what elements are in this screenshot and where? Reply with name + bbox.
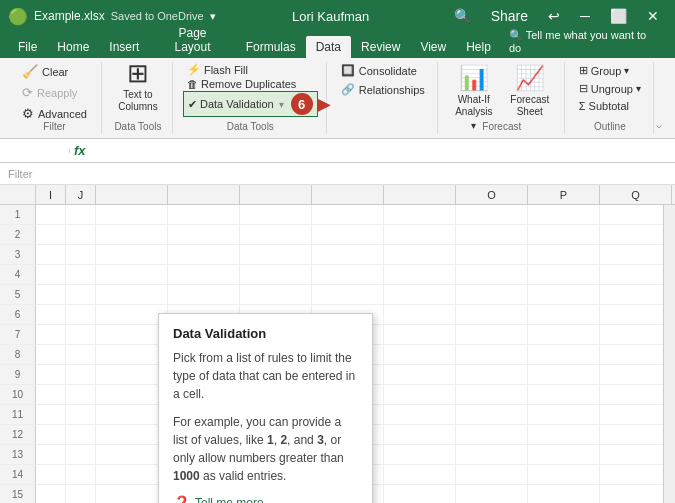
user-name: Lori Kaufman bbox=[292, 9, 369, 24]
data-tools-group: ⚡ Flash Fill 🗑 Remove Duplicates ✔ Data … bbox=[175, 62, 327, 134]
col-q: Q bbox=[600, 185, 672, 204]
flash-fill-icon: ⚡ bbox=[187, 63, 201, 76]
row-9: 9 bbox=[0, 365, 36, 385]
title-bar-right: 🔍 Share ↩ ─ ⬜ ✕ bbox=[446, 6, 667, 26]
tooltip-para1: Pick from a list of rules to limit the t… bbox=[173, 349, 358, 403]
row-14: 14 bbox=[0, 465, 36, 485]
row-15: 15 bbox=[0, 485, 36, 503]
filename: Example.xlsx bbox=[34, 9, 105, 23]
tab-file[interactable]: File bbox=[8, 36, 47, 58]
undo-button[interactable]: ↩ bbox=[540, 6, 568, 26]
clear-button[interactable]: 🧹 Clear bbox=[16, 62, 74, 81]
help-icon: ❓ bbox=[173, 495, 190, 503]
sort-filter-group: 🧹 Clear ⟳ Reapply ⚙ Advanced Filter bbox=[8, 62, 102, 134]
group-icon: ⊞ bbox=[579, 64, 588, 77]
row-headers: 1 2 3 4 5 6 7 8 9 10 11 12 13 14 15 16 bbox=[0, 205, 36, 503]
vertical-scrollbar[interactable] bbox=[663, 205, 675, 503]
ungroup-button[interactable]: ⊟ Ungroup ▾ bbox=[575, 80, 645, 97]
row-4: 4 bbox=[0, 265, 36, 285]
ribbon-expand: ⌵ bbox=[656, 62, 662, 134]
forecast-sheet-button[interactable]: 📈 ForecastSheet bbox=[504, 62, 556, 120]
formula-input[interactable] bbox=[90, 149, 675, 153]
tab-data[interactable]: Data bbox=[306, 36, 351, 58]
search-people-button[interactable]: 🔍 bbox=[446, 6, 479, 26]
close-button[interactable]: ✕ bbox=[639, 6, 667, 26]
consolidate-group: 🔲 Consolidate 🔗 Relationships bbox=[329, 62, 438, 134]
consolidate-icon: 🔲 bbox=[341, 64, 355, 77]
tooltip-popup: Data Validation Pick from a list of rule… bbox=[158, 313, 373, 503]
name-box[interactable] bbox=[0, 149, 70, 153]
consolidate-button[interactable]: 🔲 Consolidate bbox=[337, 62, 429, 79]
subtotal-button[interactable]: Σ Subtotal bbox=[575, 98, 645, 114]
col-blank2 bbox=[168, 185, 240, 204]
table-row bbox=[36, 225, 675, 245]
ribbon-content: 🧹 Clear ⟳ Reapply ⚙ Advanced Filter ⊞ T bbox=[0, 58, 675, 138]
text-to-columns-group: ⊞ Text toColumns Data Tools bbox=[104, 62, 173, 134]
table-row bbox=[36, 265, 675, 285]
filter-group-label: Filter bbox=[43, 121, 65, 132]
reapply-icon: ⟳ bbox=[22, 85, 33, 100]
forecast-group: 📊 What-IfAnalysis ▾ 📈 ForecastSheet Fore… bbox=[440, 62, 565, 134]
forecast-label: Forecast bbox=[482, 121, 521, 132]
group-button[interactable]: ⊞ Group ▾ bbox=[575, 62, 645, 79]
forecast-icon: 📈 bbox=[515, 64, 545, 92]
remove-duplicates-button[interactable]: 🗑 Remove Duplicates bbox=[183, 77, 318, 91]
filter-row: Filter bbox=[0, 163, 675, 185]
data-validation-icon: ✔ bbox=[188, 98, 197, 111]
fx-icon: fx bbox=[74, 143, 86, 158]
clear-icon: 🧹 bbox=[22, 64, 38, 79]
ungroup-icon: ⊟ bbox=[579, 82, 588, 95]
data-validation-button[interactable]: ✔ Data Validation ▾ 6 ▶ bbox=[183, 91, 318, 117]
badge-6: 6 bbox=[291, 93, 313, 115]
row-11: 11 bbox=[0, 405, 36, 425]
formula-bar: fx bbox=[0, 139, 675, 163]
data-tools-label: Data Tools bbox=[227, 121, 274, 132]
excel-icon: 🟢 bbox=[8, 7, 28, 26]
ribbon: File Home Insert Page Layout Formulas Da… bbox=[0, 32, 675, 139]
col-blank1 bbox=[96, 185, 168, 204]
table-row bbox=[36, 245, 675, 265]
col-p: P bbox=[528, 185, 600, 204]
col-headers: I J O P Q R bbox=[0, 185, 675, 205]
col-j: J bbox=[66, 185, 96, 204]
col-i: I bbox=[36, 185, 66, 204]
row-1: 1 bbox=[0, 205, 36, 225]
row-7: 7 bbox=[0, 325, 36, 345]
relationships-button[interactable]: 🔗 Relationships bbox=[337, 81, 429, 98]
tooltip-title: Data Validation bbox=[173, 326, 358, 341]
undo-dropdown[interactable]: ▾ bbox=[210, 10, 216, 23]
flash-fill-button[interactable]: ⚡ Flash Fill bbox=[183, 62, 318, 77]
what-if-icon: 📊 bbox=[459, 64, 489, 92]
row-10: 10 bbox=[0, 385, 36, 405]
share-button[interactable]: Share bbox=[483, 6, 536, 26]
tab-page-layout[interactable]: Page Layout bbox=[149, 22, 235, 58]
save-status: Saved to OneDrive bbox=[111, 10, 204, 22]
filter-label: Filter bbox=[8, 168, 32, 180]
tab-review[interactable]: Review bbox=[351, 36, 410, 58]
reapply-button[interactable]: ⟳ Reapply bbox=[16, 83, 83, 102]
col-o: O bbox=[456, 185, 528, 204]
minimize-button[interactable]: ─ bbox=[572, 6, 598, 26]
formula-icons: fx bbox=[70, 143, 90, 158]
relationships-icon: 🔗 bbox=[341, 83, 355, 96]
spreadsheet-area: I J O P Q R 1 2 3 4 5 6 7 8 9 10 11 12 1… bbox=[0, 185, 675, 503]
tell-me-more-link[interactable]: ❓ Tell me more bbox=[173, 495, 358, 503]
restore-button[interactable]: ⬜ bbox=[602, 6, 635, 26]
row-2: 2 bbox=[0, 225, 36, 245]
tab-view[interactable]: View bbox=[410, 36, 456, 58]
row-5: 5 bbox=[0, 285, 36, 305]
col-blank3 bbox=[240, 185, 312, 204]
text-to-columns-button[interactable]: ⊞ Text toColumns bbox=[112, 55, 164, 117]
subtotal-icon: Σ bbox=[579, 100, 586, 112]
table-row bbox=[36, 285, 675, 305]
row-3: 3 bbox=[0, 245, 36, 265]
tell-me-bar[interactable]: 🔍 Tell me what you want to do bbox=[501, 25, 667, 58]
tab-formulas[interactable]: Formulas bbox=[236, 36, 306, 58]
advanced-icon: ⚙ bbox=[22, 106, 34, 121]
col-blank4 bbox=[312, 185, 384, 204]
tab-home[interactable]: Home bbox=[47, 36, 99, 58]
data-tools-group-label: Data Tools bbox=[114, 121, 161, 132]
row-8: 8 bbox=[0, 345, 36, 365]
tab-help[interactable]: Help bbox=[456, 36, 501, 58]
tooltip-para2: For example, you can provide a list of v… bbox=[173, 413, 358, 485]
